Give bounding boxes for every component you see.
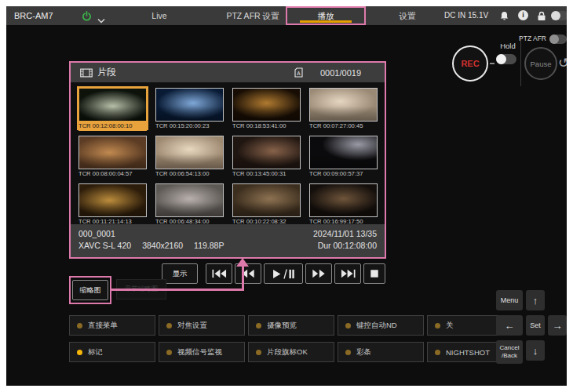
power-icon[interactable] [82, 10, 92, 24]
transport-controls [206, 263, 385, 284]
display-button[interactable]: 显示 [162, 263, 198, 284]
cancel-back-button[interactable]: Cancel /Back [496, 340, 523, 364]
assignable-status-dot [256, 323, 261, 328]
assignable-status-dot [77, 350, 82, 355]
assignable-button-片段旗标OK[interactable]: 片段旗标OK [248, 342, 334, 362]
transport-stop-button[interactable] [363, 263, 385, 284]
assignable-button-对焦设置[interactable]: 对焦设置 [159, 315, 245, 336]
clip-thumbnail-jazz-singer[interactable]: TCR 00:13:45:00:31 [231, 134, 302, 178]
assignable-button-彩条[interactable]: 彩条 [338, 342, 424, 362]
pause-button[interactable]: Pause [524, 47, 557, 80]
clip-film-icon [80, 68, 93, 78]
right-arrow-button[interactable]: → [548, 315, 567, 336]
tab-settings[interactable]: 设置 [383, 6, 432, 25]
left-arrow-button[interactable]: ← [496, 315, 523, 336]
transport-skip-previous-button[interactable] [206, 263, 232, 284]
clip-thumbnail-image [155, 88, 224, 122]
clip-timecode: TCR 00:09:00:57:37 [309, 169, 378, 179]
clip-thumbnail-image [309, 183, 378, 217]
svg-text:A: A [297, 71, 301, 76]
navpad-spacer [548, 340, 567, 361]
clip-thumbnail-guitarist[interactable]: TCR 00:10:22:08:32 [231, 182, 302, 226]
clip-thumbnail-pianist-spotlight[interactable]: TCR 00:09:00:57:37 [308, 134, 379, 178]
assignable-button-键控自动ND[interactable]: 键控自动ND [338, 315, 424, 336]
clip-duration: Dur 00:12:08:00 [318, 240, 377, 252]
fast-forward-icon [311, 269, 327, 278]
thumbnail-button-callout: 缩略图 [69, 276, 111, 304]
hold-label: Hold [495, 42, 521, 50]
clip-thumbnail-image [232, 88, 301, 122]
controls-divider [520, 36, 521, 86]
clip-thumbnail-image [155, 183, 224, 217]
assignable-button-视频信号监视[interactable]: 视频信号监视 [159, 342, 245, 362]
menu-button[interactable]: Menu [496, 290, 523, 310]
clip-name: 000_0001 [78, 228, 115, 240]
clip-counter: 0001/0019 [320, 68, 361, 78]
toggle-knob [549, 34, 559, 44]
play-pause-icon [272, 269, 295, 279]
skip-previous-icon [211, 269, 228, 278]
clip-datetime: 2024/11/01 13/35 [313, 228, 377, 240]
tab-live[interactable]: Live [136, 6, 183, 25]
assignable-button-label: 标记 [88, 347, 103, 358]
assignable-button-label: 键控自动ND [356, 321, 397, 331]
clip-framerate: 119.88P [194, 241, 224, 250]
assignable-button-标记[interactable]: 标记 [69, 342, 155, 362]
assignable-button-grid: 直接菜单对焦设置摄像预览键控自动ND关标记视频信号监视片段旗标OK彩条NIGHT… [69, 315, 513, 362]
assignable-button-label: 彩条 [356, 347, 371, 358]
lock-toggle[interactable] [551, 11, 567, 20]
clip-thumbnail-office-meeting[interactable]: TCR 00:07:27:00:45 [308, 86, 379, 130]
rec-hold-connector [490, 63, 495, 64]
rec-hold-toggle[interactable] [496, 54, 516, 64]
transport-fast-forward-button[interactable] [305, 263, 332, 284]
power-input-status: DC IN 15.1V [444, 6, 488, 25]
info-icon[interactable]: i [518, 10, 528, 20]
navpad-spacer [548, 290, 567, 310]
device-name: BRC-AM7 [14, 6, 53, 25]
clip-thumbnail-vintage-mic-singer[interactable]: TCR 00:06:48:34:00 [154, 182, 225, 226]
tab-ptz-afr-settings[interactable]: PTZ AFR 设置 [209, 6, 297, 25]
ptz-afr-toggle[interactable] [549, 34, 567, 44]
clip-thumbnail-ballet-blue[interactable]: TCR 00:15:20:00:23 [154, 86, 225, 130]
assignable-status-dot [345, 350, 351, 355]
title-bar: BRC-AM7 Live PTZ AFR 设置 播放 设置 DC IN 15.1… [6, 6, 567, 25]
stop-icon [370, 269, 379, 278]
assignable-button-摄像预览[interactable]: 摄像预览 [248, 315, 334, 336]
clip-thumbnail-stage-dancers-white[interactable]: TCR 00:12:08:00:10 [77, 86, 148, 130]
clip-resolution: 3840x2160 [142, 241, 183, 250]
restart-icon[interactable]: ↺ [558, 55, 567, 71]
clip-thumbnail-spotlight-dancer[interactable]: TCR 00:18:53:41:00 [231, 86, 302, 130]
bell-icon[interactable] [499, 10, 509, 24]
clip-thumbnail-couch-couple[interactable]: TCR 00:06:54:13:00 [154, 134, 225, 178]
set-button[interactable]: Set [526, 315, 545, 336]
thumbnail-view-button[interactable]: 缩略图 [72, 280, 108, 300]
up-arrow-button[interactable]: ↑ [526, 290, 545, 310]
callout-arrow-head [236, 258, 249, 267]
clip-format: XAVC S-L 4203840x2160119.88P [78, 240, 235, 252]
assignable-button-label: 片段旗标OK [267, 347, 308, 358]
callout-arrow-line [111, 289, 244, 291]
clip-info-bar: 000_0001 2024/11/01 13/35 XAVC S-L 42038… [71, 224, 385, 257]
transport-play-pause-button[interactable] [264, 263, 303, 284]
clip-timecode: TCR 00:18:53:41:00 [232, 122, 301, 131]
down-arrow-button[interactable]: ↓ [526, 340, 545, 361]
clip-thumbnail-image [232, 136, 301, 169]
clip-thumbnail-market-crowd[interactable]: TCR 00:08:00:04:57 [77, 134, 148, 178]
assignable-button-直接菜单[interactable]: 直接菜单 [69, 315, 155, 336]
clip-list-panel: 片段 A 0001/0019 TCR 00:12:08:00:10TCR 00:… [69, 61, 386, 259]
clip-thumbnail-image [78, 88, 147, 122]
navigation-pad: Menu ↑ ← Set → Cancel /Back ↓ [496, 290, 567, 361]
clip-timecode: TCR 00:12:08:00:10 [78, 122, 147, 131]
assignable-status-dot [77, 323, 82, 328]
tab-playback[interactable]: 播放 [286, 6, 366, 25]
transport-skip-next-button[interactable] [334, 263, 361, 284]
ptz-afr-label: PTZ AFR [505, 34, 546, 42]
chevron-down-icon[interactable] [97, 13, 105, 27]
clip-timecode: TCR 00:06:54:13:00 [155, 169, 224, 179]
rec-button[interactable]: REC [452, 45, 488, 82]
clip-timecode: TCR 00:15:20:00:23 [155, 122, 224, 131]
clip-thumbnail-drummer-hands[interactable]: TCR 00:16:99:17:50 [308, 182, 379, 226]
clip-thumbnail-saxophonist[interactable]: TCR 00:11:21:14:13 [77, 182, 148, 226]
assignable-button-label: 对焦设置 [177, 321, 207, 331]
clip-codec: XAVC S-L 420 [78, 241, 131, 250]
